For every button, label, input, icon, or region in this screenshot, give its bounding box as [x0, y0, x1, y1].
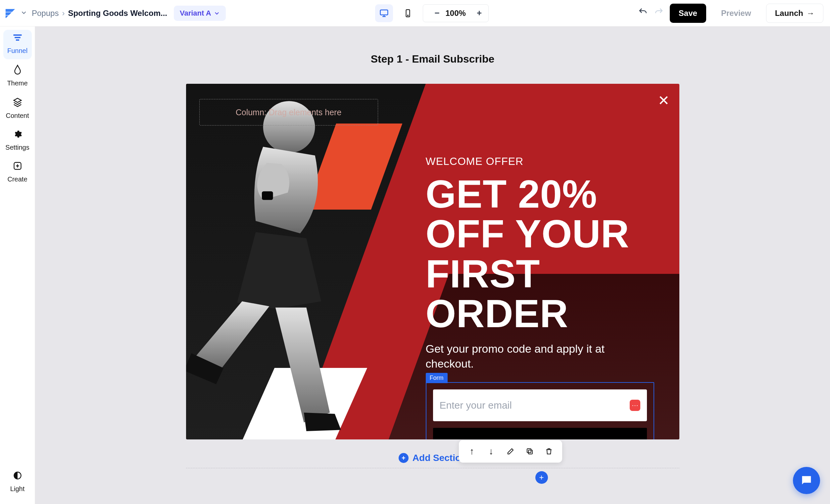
rail-create[interactable]: Create [3, 158, 32, 188]
contrast-icon [13, 471, 22, 482]
zoom-control: − 100% + [423, 4, 489, 22]
rail-theme-label: Theme [7, 80, 28, 87]
svg-rect-11 [527, 449, 531, 453]
canvas-step-title: Step 1 - Email Subscribe [35, 53, 830, 65]
zoom-out-button[interactable]: − [426, 3, 444, 23]
duplicate-button[interactable] [522, 444, 537, 459]
rail-create-label: Create [7, 176, 27, 183]
launch-button[interactable]: Launch → [766, 4, 823, 23]
rail-content[interactable]: Content [3, 94, 32, 124]
empty-column-dropzone[interactable]: Column: Drag elements here [199, 99, 378, 126]
field-options-icon[interactable]: ⋯ [630, 400, 640, 411]
email-input[interactable] [440, 400, 627, 411]
plus-square-icon [13, 161, 22, 173]
move-down-button[interactable]: ↓ [484, 444, 499, 459]
popup-headline[interactable]: GET 20% OFF YOUR FIRST ORDER [426, 174, 654, 334]
zoom-value: 100% [444, 9, 468, 18]
plus-circle-icon: + [398, 453, 409, 463]
rail-theme-mode-label: Light [10, 485, 25, 493]
redo-button[interactable] [654, 7, 664, 19]
gear-icon [13, 129, 22, 141]
app-logo[interactable] [4, 7, 17, 20]
layers-icon [12, 97, 23, 109]
popup-subtext[interactable]: Get your promo code and apply it at chec… [426, 341, 654, 371]
selection-tag: Form [426, 373, 448, 383]
svg-rect-5 [16, 39, 19, 41]
device-mobile-button[interactable] [399, 4, 417, 22]
rail-settings[interactable]: Settings [3, 126, 32, 156]
popup-close-button[interactable]: ✕ [658, 92, 669, 108]
variant-label: Variant A [180, 9, 211, 18]
breadcrumb-root[interactable]: Popups [32, 9, 59, 18]
submit-button[interactable]: Get 20% Off → [433, 428, 647, 439]
section-divider [186, 468, 679, 468]
breadcrumb-current: Sporting Goods Welcom... [68, 9, 167, 18]
rail-content-label: Content [6, 112, 29, 120]
device-desktop-button[interactable] [375, 4, 393, 22]
launch-label: Launch [775, 9, 803, 18]
popup-overline[interactable]: WELCOME OFFER [426, 155, 654, 167]
element-toolbar: ↑ ↓ [459, 440, 562, 463]
add-element-button[interactable]: + [535, 471, 548, 484]
droplet-icon [13, 65, 22, 77]
popup-canvas[interactable]: ✕ Column: Drag elements here WELCOME OFF… [186, 84, 679, 439]
app-menu-chevron-icon[interactable] [21, 9, 27, 17]
variant-selector[interactable]: Variant A [174, 6, 226, 21]
svg-rect-4 [14, 37, 21, 38]
add-section-button[interactable]: + Add Section [35, 453, 830, 463]
rail-theme-mode[interactable]: Light [3, 468, 32, 497]
rail-funnel[interactable]: Funnel [3, 30, 32, 59]
funnel-icon [12, 33, 23, 44]
svg-point-2 [407, 15, 408, 15]
svg-rect-0 [380, 10, 388, 15]
move-up-button[interactable]: ↑ [465, 444, 479, 459]
email-input-row[interactable]: ⋯ [433, 389, 647, 421]
submit-label: Get 20% Off [500, 437, 562, 439]
svg-rect-3 [13, 34, 22, 36]
undo-button[interactable] [638, 7, 648, 19]
delete-button[interactable] [542, 444, 556, 459]
form-element-selected[interactable]: Form ⋯ Get 20% Off → [426, 382, 654, 439]
arrow-right-icon: → [806, 9, 815, 18]
chevron-right-icon: › [62, 9, 65, 18]
svg-rect-10 [529, 450, 532, 454]
hero-runner-image [186, 90, 368, 438]
rail-theme[interactable]: Theme [3, 61, 32, 92]
chat-widget-button[interactable] [793, 467, 820, 494]
edit-button[interactable] [503, 444, 518, 459]
zoom-in-button[interactable]: + [468, 3, 486, 23]
arrow-right-icon: → [568, 437, 579, 439]
preview-button[interactable]: Preview [712, 4, 760, 23]
save-button[interactable]: Save [670, 4, 706, 23]
breadcrumb: Popups › Sporting Goods Welcom... [32, 9, 167, 18]
rail-settings-label: Settings [5, 144, 29, 151]
rail-funnel-label: Funnel [7, 47, 28, 55]
svg-rect-9 [261, 191, 273, 200]
